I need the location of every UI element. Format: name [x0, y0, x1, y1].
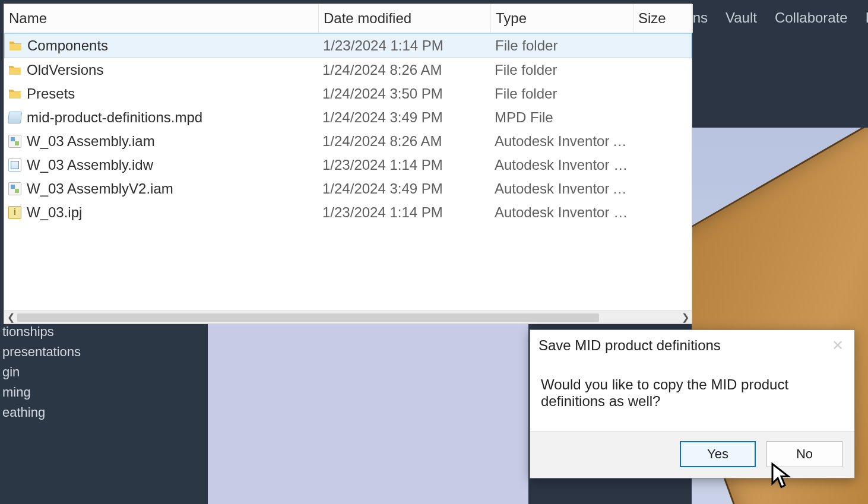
browser-node[interactable]: gin — [0, 362, 208, 382]
horizontal-scrollbar[interactable]: ❮ ❯ — [4, 310, 692, 324]
file-row[interactable]: OldVersions1/24/2024 8:26 AMFile folder — [4, 58, 692, 82]
file-name-label: W_03 Assembly.idw — [27, 157, 153, 173]
column-header-size[interactable]: Size — [633, 4, 693, 33]
file-size-cell — [633, 202, 692, 223]
file-type-cell: MPD File — [491, 107, 633, 128]
browser-node[interactable]: presentations — [0, 342, 208, 362]
file-date-cell: 1/23/2024 1:14 PM — [319, 35, 492, 56]
file-size-cell — [633, 83, 692, 104]
column-header-name[interactable]: Name — [4, 4, 319, 33]
browser-node[interactable]: eathing — [0, 402, 208, 423]
file-row[interactable]: W_03.ipj1/23/2024 1:14 PMAutodesk Invent… — [4, 201, 692, 224]
file-name-cell[interactable]: Presets — [4, 83, 319, 104]
browser-node[interactable]: ming — [0, 382, 208, 402]
ribbon-tabs: Ins Vault Collaborate Ele — [677, 0, 868, 36]
file-size-cell — [633, 131, 692, 152]
file-type-cell: Autodesk Inventor Project — [491, 202, 633, 223]
file-row[interactable]: W_03 AssemblyV2.iam1/24/2024 3:49 PMAuto… — [4, 177, 692, 201]
file-explorer-window: Name Date modified Type Size Components1… — [4, 4, 692, 324]
file-name-cell[interactable]: mid-product-definitions.mpd — [4, 107, 319, 128]
file-type-cell: Autodesk Inventor Asse... — [491, 178, 633, 199]
file-size-cell — [633, 154, 692, 176]
scroll-track[interactable] — [17, 312, 679, 323]
dialog-title: Save MID product definitions — [538, 337, 721, 354]
ipj-file-icon — [8, 205, 22, 220]
file-date-cell: 1/24/2024 8:26 AM — [319, 59, 491, 81]
file-type-cell: Autodesk Inventor Draw... — [491, 154, 633, 176]
file-date-cell: 1/24/2024 3:50 PM — [319, 83, 491, 104]
dialog-button-row: Yes No — [530, 431, 854, 478]
file-size-cell — [633, 59, 692, 81]
file-type-cell: File folder — [491, 59, 633, 81]
file-type-cell: File folder — [491, 83, 633, 104]
folder-icon — [8, 39, 23, 53]
file-name-cell[interactable]: OldVersions — [4, 59, 319, 81]
ribbon-tab[interactable]: Ele — [866, 9, 868, 26]
file-name-label: W_03 Assembly.iam — [27, 133, 155, 150]
close-icon[interactable]: ✕ — [832, 337, 844, 354]
file-name-label: mid-product-definitions.mpd — [27, 109, 202, 126]
scroll-left-button[interactable]: ❮ — [4, 311, 17, 324]
file-row[interactable]: W_03 Assembly.iam1/24/2024 8:26 AMAutode… — [4, 129, 692, 153]
file-date-cell: 1/24/2024 8:26 AM — [319, 131, 491, 152]
save-mid-dialog: Save MID product definitions ✕ Would you… — [530, 329, 855, 478]
idw-file-icon — [8, 158, 22, 172]
document-background — [208, 321, 528, 504]
mpd-file-icon — [8, 110, 22, 125]
file-name-cell[interactable]: W_03 Assembly.idw — [4, 154, 319, 176]
file-date-cell: 1/24/2024 3:49 PM — [319, 107, 491, 128]
folder-icon — [8, 63, 22, 77]
iam-file-icon — [8, 182, 22, 196]
file-name-label: Components — [27, 37, 108, 54]
file-date-cell: 1/23/2024 1:14 PM — [319, 154, 491, 176]
scroll-thumb[interactable] — [17, 313, 599, 322]
file-name-cell[interactable]: W_03 Assembly.iam — [4, 131, 319, 152]
file-row[interactable]: Presets1/24/2024 3:50 PMFile folder — [4, 82, 692, 106]
model-browser-panel[interactable]: tionships presentations gin ming eathing — [0, 321, 208, 504]
file-name-cell[interactable]: Components — [5, 35, 319, 56]
dialog-message: Would you like to copy the MID product d… — [541, 376, 788, 409]
file-row[interactable]: mid-product-definitions.mpd1/24/2024 3:4… — [4, 106, 692, 129]
file-row[interactable]: W_03 Assembly.idw1/23/2024 1:14 PMAutode… — [4, 153, 692, 177]
file-name-cell[interactable]: W_03.ipj — [4, 202, 319, 223]
browser-node[interactable]: tionships — [0, 322, 208, 342]
scroll-right-button[interactable]: ❯ — [679, 311, 692, 324]
explorer-column-headers: Name Date modified Type Size — [4, 4, 692, 33]
file-date-cell: 1/24/2024 3:49 PM — [319, 178, 491, 199]
ribbon-tab[interactable]: Collaborate — [775, 9, 848, 26]
file-date-cell: 1/23/2024 1:14 PM — [319, 202, 491, 223]
column-header-type[interactable]: Type — [491, 4, 633, 33]
column-header-date[interactable]: Date modified — [319, 4, 491, 33]
file-size-cell — [633, 178, 692, 199]
file-row[interactable]: Components1/23/2024 1:14 PMFile folder — [4, 33, 692, 58]
file-name-label: OldVersions — [27, 62, 103, 78]
file-type-cell: File folder — [492, 35, 634, 56]
ribbon-tab[interactable]: Vault — [726, 9, 757, 26]
file-name-label: W_03.ipj — [27, 204, 82, 221]
folder-icon — [8, 87, 22, 101]
file-name-cell[interactable]: W_03 AssemblyV2.iam — [4, 178, 319, 199]
yes-button[interactable]: Yes — [680, 441, 756, 467]
file-size-cell — [634, 35, 692, 56]
file-size-cell — [633, 107, 692, 128]
file-type-cell: Autodesk Inventor Asse... — [491, 131, 633, 152]
file-name-label: Presets — [27, 85, 75, 102]
explorer-file-list[interactable]: Components1/23/2024 1:14 PMFile folder O… — [4, 33, 692, 310]
iam-file-icon — [8, 134, 22, 148]
file-name-label: W_03 AssemblyV2.iam — [27, 180, 173, 197]
no-button[interactable]: No — [766, 441, 842, 467]
